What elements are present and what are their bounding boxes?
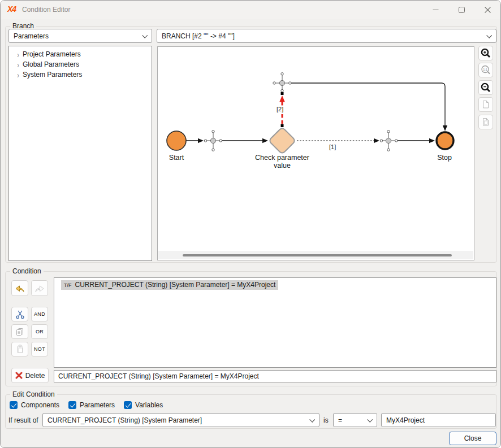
close-icon [485,7,491,13]
not-label: NOT [34,346,45,352]
page-stack-icon [481,117,491,127]
branch-combobox[interactable]: BRANCH [#2 "" -> #4 ""] [157,29,496,43]
chevron-down-icon [486,33,492,38]
edge-1-label: [1] [329,143,336,150]
zoom-in-icon [480,47,491,59]
condition-preview-text: CURRENT_PROJECT (String) [System Paramet… [58,372,259,380]
delete-button[interactable]: Delete [11,368,49,383]
stop-node[interactable] [437,132,454,149]
delete-label: Delete [25,372,45,380]
minimize-icon [433,7,439,13]
edge-connector3-to-stop[interactable] [398,138,435,143]
workflow-diagram [158,47,474,260]
checkbox-checked-icon[interactable] [10,401,18,409]
tree-item-system-parameters[interactable]: › System Parameters [9,69,152,80]
clipboard-paste-icon [15,344,25,354]
svg-text:1:1: 1:1 [483,68,487,71]
scrollbar-thumb[interactable] [183,254,452,256]
edge-connector-to-decision[interactable] [222,138,269,143]
operand-combobox[interactable]: CURRENT_PROJECT (String) [System Paramet… [42,413,319,427]
checkbox-label: Parameters [80,401,115,409]
condition-list-item-selected[interactable]: T/FCURRENT_PROJECT (String) [System Para… [61,280,278,290]
edit-condition-group-label: Edit Condition [10,390,57,398]
checkbox-parameters[interactable]: Parameters [68,401,115,409]
start-node[interactable] [167,131,186,150]
checkbox-variables[interactable]: Variables [124,401,163,409]
copy-icon [15,327,25,337]
minimize-button[interactable] [422,1,448,19]
start-node-label: Start [159,154,193,162]
parameters-tree: › Project Parameters › Global Parameters… [8,46,152,261]
chevron-right-icon[interactable]: › [14,70,23,80]
is-label: is [323,416,329,424]
and-operator-button[interactable]: AND [31,307,48,321]
diagram-horizontal-scrollbar[interactable] [158,251,473,259]
comparison-value-input[interactable] [381,413,496,427]
delete-x-icon [15,372,23,379]
operator-value: = [338,416,342,424]
close-button-label: Close [464,434,482,442]
connector-node-2[interactable] [273,73,291,92]
redo-icon [34,283,45,294]
zoom-in-button[interactable] [478,46,493,60]
checkbox-components[interactable]: Components [10,401,59,409]
cut-button[interactable] [11,307,28,321]
or-label: OR [36,329,44,334]
parameter-type-value: Parameters [14,32,49,40]
fit-page-button[interactable] [478,97,493,112]
edge-branch-1[interactable] [297,138,383,143]
checkbox-checked-icon[interactable] [124,401,132,409]
parameter-type-combobox[interactable]: Parameters [8,29,152,43]
decision-node-label: Check parameter value [250,154,314,170]
edge-2-label: [2] [275,106,284,112]
tree-item-project-parameters[interactable]: › Project Parameters [9,49,152,59]
connector-node-3[interactable] [383,131,398,151]
zoom-original-button[interactable]: 1:1 [478,63,493,77]
not-operator-button[interactable]: NOT [31,342,48,356]
tree-item-label: Global Parameters [23,60,79,68]
connector-node-1[interactable] [207,131,222,151]
page-icon [481,99,491,110]
maximize-button[interactable] [448,1,474,19]
chevron-right-icon[interactable]: › [14,50,23,59]
scope-checkboxes: Components Parameters Variables [10,401,163,409]
redo-button[interactable] [31,280,48,296]
checkbox-checked-icon[interactable] [68,401,76,409]
or-operator-button[interactable]: OR [31,324,48,339]
condition-group-label: Condition [10,267,44,275]
close-button[interactable]: Close [449,432,496,445]
chevron-down-icon [309,417,315,423]
condition-type-prefix: T/F [64,282,72,288]
condition-item-text: CURRENT_PROJECT (String) [System Paramet… [75,281,276,289]
copy-button[interactable] [11,324,28,339]
operator-combobox[interactable]: = [333,413,377,427]
chevron-down-icon [367,417,373,423]
and-label: AND [34,311,45,317]
condition-preview-field[interactable]: CURRENT_PROJECT (String) [System Paramet… [54,370,496,382]
edge-connector2-to-stop[interactable] [291,83,447,131]
undo-icon [14,283,25,294]
zoom-out-icon [480,82,491,93]
tree-item-global-parameters[interactable]: › Global Parameters [9,59,152,69]
undo-button[interactable] [11,280,28,296]
titlebar: X4 Condition Editor [1,1,500,19]
fit-content-button[interactable] [478,115,493,129]
edge-start-to-connector[interactable] [186,138,207,143]
chevron-right-icon[interactable]: › [14,60,23,69]
edge-handle[interactable] [281,92,284,95]
close-window-button[interactable] [474,1,500,19]
tree-item-label: Project Parameters [23,50,81,58]
checkbox-label: Components [21,401,59,409]
edge-handle[interactable] [281,124,284,127]
zoom-out-button[interactable] [478,80,493,95]
checkbox-label: Variables [135,401,163,409]
scissors-icon [15,309,25,319]
decision-node[interactable] [269,127,296,154]
if-result-of-label: If result of [8,416,38,424]
condition-editor-dialog: X4 Condition Editor Branch Parameters › … [0,0,501,448]
x4-logo-icon: X4 [7,5,16,14]
chevron-down-icon [142,33,148,38]
workflow-diagram-canvas[interactable]: Start Check parameter value Stop [1] [2] [157,46,474,260]
window-title: Condition Editor [22,6,70,14]
paste-button[interactable] [11,342,28,356]
